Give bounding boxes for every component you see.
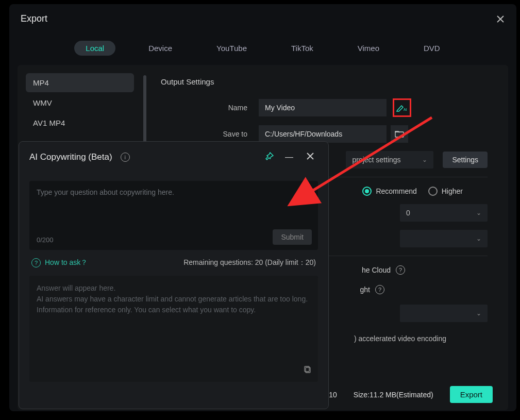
output-settings-title: Output Settings <box>161 77 488 86</box>
copy-icon[interactable] <box>304 365 312 377</box>
saveto-label: Save to <box>161 130 259 138</box>
how-to-ask-link[interactable]: ? How to ask？ <box>31 258 88 267</box>
folder-icon[interactable] <box>391 125 408 143</box>
modal-title: Export <box>21 13 47 24</box>
answer-placeholder-line: AI answers may have a character limit an… <box>37 294 311 305</box>
ai-mid-row: ? How to ask？ Remaining questions: 20 (D… <box>19 254 328 273</box>
ai-input-placeholder: Type your question about copywriting her… <box>37 188 311 196</box>
quality-higher[interactable]: Higher <box>428 187 463 196</box>
char-count: 0/200 <box>37 236 54 244</box>
cloud-label: he Cloud <box>362 266 391 274</box>
fps-dropdown[interactable]: ⌄ <box>400 230 488 247</box>
ai-copywriting-panel: AI Copywriting (Beta) i — Type your ques… <box>19 141 329 409</box>
submit-button[interactable]: Submit <box>273 229 312 245</box>
modal-header: Export <box>9 4 516 29</box>
format-scrollbar[interactable] <box>143 75 146 142</box>
help-icon[interactable]: ? <box>375 285 384 294</box>
footer-size: Size:11.2 MB(Estimated) <box>354 391 433 399</box>
name-label: Name <box>161 104 259 112</box>
tab-dvd[interactable]: DVD <box>412 41 451 56</box>
export-tabs: Local Device YouTube TikTok Vimeo DVD <box>9 29 516 65</box>
encoder-dropdown[interactable]: ⌄ <box>400 305 488 322</box>
ai-question-input[interactable]: Type your question about copywriting her… <box>29 181 318 250</box>
format-av1mp4[interactable]: AV1 MP4 <box>26 113 134 132</box>
answer-placeholder-line: Answer will appear here. <box>37 283 311 294</box>
chevron-down-icon: ⌄ <box>476 209 481 216</box>
quality-recommend[interactable]: Recommend <box>362 187 416 196</box>
info-icon[interactable]: i <box>121 153 130 162</box>
preset-dropdown[interactable]: project settings ⌄ <box>346 151 433 169</box>
close-icon[interactable] <box>496 14 505 24</box>
svg-rect-1 <box>395 132 404 137</box>
export-button[interactable]: Export <box>450 386 493 403</box>
tab-vimeo[interactable]: Vimeo <box>346 41 391 56</box>
remaining-questions: Remaining questions: 20 (Daily limit：20) <box>183 258 316 267</box>
close-icon[interactable] <box>303 150 318 164</box>
tab-tiktok[interactable]: TikTok <box>280 41 325 56</box>
ai-name-button[interactable]: AI <box>393 98 411 117</box>
format-mp4[interactable]: MP4 <box>26 73 134 92</box>
saveto-input[interactable] <box>259 125 387 143</box>
ai-answer-box: Answer will appear here. AI answers may … <box>29 276 318 382</box>
tab-local[interactable]: Local <box>74 41 115 56</box>
ai-panel-title: AI Copywriting (Beta) <box>29 152 112 162</box>
format-wmv[interactable]: WMV <box>26 93 134 112</box>
answer-placeholder-line: Information for reference only. You can … <box>37 305 311 315</box>
chevron-down-icon: ⌄ <box>422 156 427 163</box>
pin-icon[interactable] <box>263 150 276 164</box>
minimize-icon[interactable]: — <box>281 150 297 164</box>
chevron-down-icon: ⌄ <box>476 235 481 242</box>
help-icon: ? <box>31 258 41 267</box>
resolution-dropdown[interactable]: 0 ⌄ <box>400 204 488 222</box>
svg-text:AI: AI <box>404 108 407 111</box>
help-icon[interactable]: ? <box>396 265 405 275</box>
quality-radios: Recommend Higher <box>362 187 463 196</box>
preset-value: project settings <box>352 156 400 164</box>
footer-value: 10 <box>329 391 337 399</box>
name-input[interactable] <box>259 99 387 116</box>
ai-panel-header: AI Copywriting (Beta) i — <box>19 142 328 173</box>
resolution-value: 0 <box>406 209 410 217</box>
tab-device[interactable]: Device <box>137 41 183 56</box>
chevron-down-icon: ⌄ <box>476 310 481 317</box>
settings-button[interactable]: Settings <box>443 152 488 168</box>
tab-youtube[interactable]: YouTube <box>205 41 258 56</box>
spotlight-label: ght <box>360 285 370 294</box>
